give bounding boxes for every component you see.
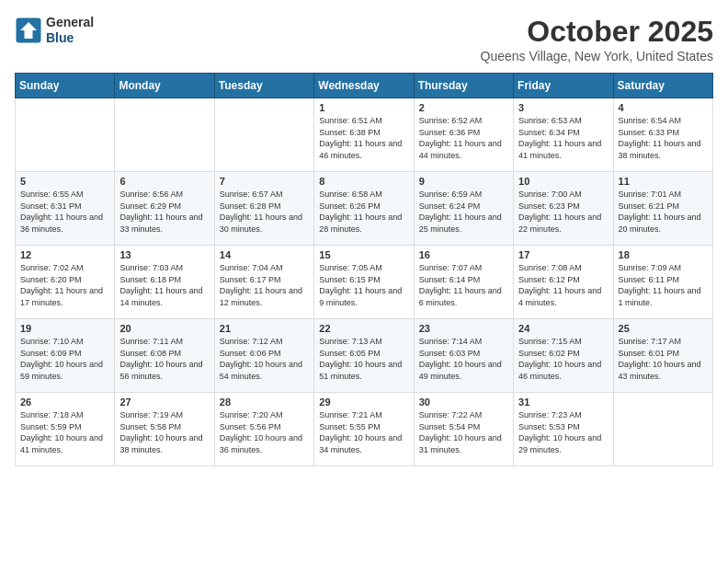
cell-content: Sunrise: 7:00 AMSunset: 6:23 PMDaylight:… <box>518 189 608 235</box>
calendar-week-3: 12Sunrise: 7:02 AMSunset: 6:20 PMDayligh… <box>16 246 713 319</box>
weekday-header-saturday: Saturday <box>613 74 712 98</box>
calendar-cell: 28Sunrise: 7:20 AMSunset: 5:56 PMDayligh… <box>214 393 313 466</box>
calendar-cell: 10Sunrise: 7:00 AMSunset: 6:23 PMDayligh… <box>514 172 613 246</box>
day-number: 23 <box>419 323 508 334</box>
cell-content: Sunrise: 7:20 AMSunset: 5:56 PMDaylight:… <box>220 409 309 455</box>
calendar-cell: 2Sunrise: 6:52 AMSunset: 6:36 PMDaylight… <box>414 98 513 172</box>
day-number: 13 <box>119 249 209 260</box>
cell-content: Sunrise: 7:11 AMSunset: 6:08 PMDaylight:… <box>119 336 209 382</box>
calendar-cell: 26Sunrise: 7:18 AMSunset: 5:59 PMDayligh… <box>16 393 115 466</box>
calendar-cell: 30Sunrise: 7:22 AMSunset: 5:54 PMDayligh… <box>414 393 513 466</box>
day-number: 17 <box>518 249 608 260</box>
calendar-cell: 11Sunrise: 7:01 AMSunset: 6:21 PMDayligh… <box>613 172 712 246</box>
day-number: 4 <box>619 102 708 113</box>
calendar-cell: 12Sunrise: 7:02 AMSunset: 6:20 PMDayligh… <box>16 246 115 319</box>
day-number: 19 <box>20 323 109 334</box>
calendar-cell: 13Sunrise: 7:03 AMSunset: 6:18 PMDayligh… <box>115 246 214 319</box>
cell-content: Sunrise: 6:58 AMSunset: 6:26 PMDaylight:… <box>319 189 408 235</box>
cell-content: Sunrise: 6:57 AMSunset: 6:28 PMDaylight:… <box>220 189 309 235</box>
day-number: 3 <box>518 102 608 113</box>
calendar-cell: 5Sunrise: 6:55 AMSunset: 6:31 PMDaylight… <box>16 172 115 246</box>
calendar-week-5: 26Sunrise: 7:18 AMSunset: 5:59 PMDayligh… <box>16 393 713 466</box>
day-number: 11 <box>619 176 708 187</box>
cell-content: Sunrise: 6:52 AMSunset: 6:36 PMDaylight:… <box>419 115 508 161</box>
cell-content: Sunrise: 7:04 AMSunset: 6:17 PMDaylight:… <box>220 262 309 308</box>
day-number: 5 <box>20 176 109 187</box>
day-number: 31 <box>518 396 608 408</box>
calendar-week-2: 5Sunrise: 6:55 AMSunset: 6:31 PMDaylight… <box>16 172 713 246</box>
cell-content: Sunrise: 7:10 AMSunset: 6:09 PMDaylight:… <box>20 336 109 382</box>
calendar-cell <box>214 98 313 172</box>
cell-content: Sunrise: 7:15 AMSunset: 6:02 PMDaylight:… <box>518 336 608 382</box>
calendar-table: SundayMondayTuesdayWednesdayThursdayFrid… <box>15 73 713 466</box>
cell-content: Sunrise: 7:02 AMSunset: 6:20 PMDaylight:… <box>20 262 109 308</box>
calendar-cell <box>16 98 115 172</box>
cell-content: Sunrise: 7:18 AMSunset: 5:59 PMDaylight:… <box>20 409 109 455</box>
day-number: 18 <box>619 249 708 260</box>
logo-general-text: General <box>46 15 94 30</box>
cell-content: Sunrise: 6:55 AMSunset: 6:31 PMDaylight:… <box>20 189 109 235</box>
title-block: October 2025 Queens Village, New York, U… <box>481 15 713 63</box>
calendar-cell: 3Sunrise: 6:53 AMSunset: 6:34 PMDaylight… <box>514 98 613 172</box>
day-number: 20 <box>119 323 209 334</box>
day-number: 7 <box>220 176 309 187</box>
cell-content: Sunrise: 7:03 AMSunset: 6:18 PMDaylight:… <box>119 262 209 308</box>
calendar-cell: 4Sunrise: 6:54 AMSunset: 6:33 PMDaylight… <box>613 98 712 172</box>
day-number: 29 <box>319 396 408 408</box>
day-number: 9 <box>419 176 508 187</box>
cell-content: Sunrise: 7:13 AMSunset: 6:05 PMDaylight:… <box>319 336 408 382</box>
day-number: 25 <box>619 323 708 334</box>
cell-content: Sunrise: 7:17 AMSunset: 6:01 PMDaylight:… <box>619 336 708 382</box>
calendar-cell: 17Sunrise: 7:08 AMSunset: 6:12 PMDayligh… <box>514 246 613 319</box>
calendar-cell: 22Sunrise: 7:13 AMSunset: 6:05 PMDayligh… <box>314 319 414 393</box>
weekday-header-thursday: Thursday <box>414 74 513 98</box>
calendar-cell: 16Sunrise: 7:07 AMSunset: 6:14 PMDayligh… <box>414 246 513 319</box>
calendar-cell: 29Sunrise: 7:21 AMSunset: 5:55 PMDayligh… <box>314 393 414 466</box>
calendar-cell: 8Sunrise: 6:58 AMSunset: 6:26 PMDaylight… <box>314 172 414 246</box>
day-number: 21 <box>220 323 309 334</box>
cell-content: Sunrise: 6:56 AMSunset: 6:29 PMDaylight:… <box>119 189 209 235</box>
day-number: 16 <box>419 249 508 260</box>
calendar-cell: 18Sunrise: 7:09 AMSunset: 6:11 PMDayligh… <box>613 246 712 319</box>
day-number: 30 <box>419 396 508 408</box>
day-number: 26 <box>20 396 109 408</box>
day-number: 10 <box>518 176 608 187</box>
calendar-week-4: 19Sunrise: 7:10 AMSunset: 6:09 PMDayligh… <box>16 319 713 393</box>
logo: General Blue <box>15 15 94 46</box>
cell-content: Sunrise: 6:54 AMSunset: 6:33 PMDaylight:… <box>619 115 708 161</box>
calendar-cell: 6Sunrise: 6:56 AMSunset: 6:29 PMDaylight… <box>115 172 214 246</box>
cell-content: Sunrise: 7:07 AMSunset: 6:14 PMDaylight:… <box>419 262 508 308</box>
day-number: 22 <box>319 323 408 334</box>
day-number: 8 <box>319 176 408 187</box>
page-header: General Blue October 2025 Queens Village… <box>15 15 713 63</box>
day-number: 12 <box>20 249 109 260</box>
weekday-header-row: SundayMondayTuesdayWednesdayThursdayFrid… <box>16 74 713 98</box>
calendar-cell <box>613 393 712 466</box>
day-number: 2 <box>419 102 508 113</box>
location-subtitle: Queens Village, New York, United States <box>481 49 713 63</box>
calendar-cell: 20Sunrise: 7:11 AMSunset: 6:08 PMDayligh… <box>115 319 214 393</box>
logo-icon <box>15 17 42 44</box>
calendar-cell: 14Sunrise: 7:04 AMSunset: 6:17 PMDayligh… <box>214 246 313 319</box>
calendar-cell: 1Sunrise: 6:51 AMSunset: 6:38 PMDaylight… <box>314 98 414 172</box>
day-number: 27 <box>119 396 209 408</box>
weekday-header-monday: Monday <box>115 74 214 98</box>
cell-content: Sunrise: 6:53 AMSunset: 6:34 PMDaylight:… <box>518 115 608 161</box>
month-title: October 2025 <box>481 15 713 49</box>
cell-content: Sunrise: 7:08 AMSunset: 6:12 PMDaylight:… <box>518 262 608 308</box>
cell-content: Sunrise: 7:12 AMSunset: 6:06 PMDaylight:… <box>220 336 309 382</box>
calendar-cell: 24Sunrise: 7:15 AMSunset: 6:02 PMDayligh… <box>514 319 613 393</box>
calendar-cell <box>115 98 214 172</box>
day-number: 6 <box>119 176 209 187</box>
cell-content: Sunrise: 7:14 AMSunset: 6:03 PMDaylight:… <box>419 336 508 382</box>
cell-content: Sunrise: 7:19 AMSunset: 5:58 PMDaylight:… <box>119 409 209 455</box>
calendar-cell: 27Sunrise: 7:19 AMSunset: 5:58 PMDayligh… <box>115 393 214 466</box>
cell-content: Sunrise: 7:22 AMSunset: 5:54 PMDaylight:… <box>419 409 508 455</box>
day-number: 14 <box>220 249 309 260</box>
weekday-header-friday: Friday <box>514 74 613 98</box>
calendar-cell: 9Sunrise: 6:59 AMSunset: 6:24 PMDaylight… <box>414 172 513 246</box>
calendar-cell: 7Sunrise: 6:57 AMSunset: 6:28 PMDaylight… <box>214 172 313 246</box>
logo-text: General Blue <box>46 15 94 46</box>
cell-content: Sunrise: 7:21 AMSunset: 5:55 PMDaylight:… <box>319 409 408 455</box>
cell-content: Sunrise: 7:01 AMSunset: 6:21 PMDaylight:… <box>619 189 708 235</box>
